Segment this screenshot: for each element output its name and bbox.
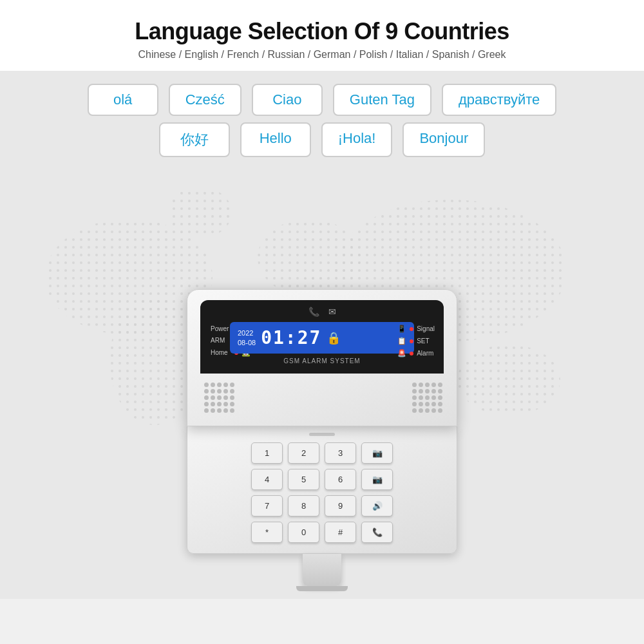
- lcd-time: 01:27: [261, 327, 321, 348]
- keypad-section: 1 2 3 📷 4 5 6 📷 7 8 9 🔊 * 0 # 📞: [187, 426, 457, 554]
- key-phone[interactable]: 📞: [361, 522, 393, 543]
- alarm-top-panel: 📞 ✉ Power ⏻ ARM 🏠 H: [200, 300, 444, 374]
- key-7[interactable]: 7: [251, 495, 283, 516]
- language-subtitle: Chinese / English / French / Russian / G…: [13, 49, 631, 61]
- key-1[interactable]: 1: [251, 442, 283, 464]
- key-cam2[interactable]: 📷: [361, 469, 393, 490]
- alarm-indicator: 🚨 Alarm: [397, 349, 435, 357]
- header-section: Language Selection Of 9 Countries Chines…: [0, 0, 644, 71]
- main-section: olá Cześć Ciao Guten Tag дравствуйте 你好 …: [0, 71, 644, 599]
- lang-btn-bonjour[interactable]: Bonjour: [402, 122, 485, 157]
- svg-point-7: [167, 187, 232, 238]
- key-4[interactable]: 4: [251, 469, 283, 490]
- gsm-label: GSM ALARM SYSTEM: [211, 357, 433, 365]
- signal-icon: 📱: [397, 325, 406, 333]
- page-title: Language Selection Of 9 Countries: [13, 18, 631, 45]
- key-5[interactable]: 5: [288, 469, 319, 490]
- language-row-1: olá Cześć Ciao Guten Tag дравствуйте: [88, 84, 557, 116]
- lcd-lock-icon: 🔒: [327, 331, 341, 345]
- alarm-icons-row: 📞 ✉: [211, 307, 433, 317]
- lang-btn-ciao[interactable]: Ciao: [252, 84, 323, 116]
- set-dot: [410, 339, 413, 343]
- key-8[interactable]: 8: [288, 495, 319, 516]
- key-star[interactable]: *: [251, 522, 283, 543]
- speakers-row: [200, 374, 444, 419]
- alarm-device: 📞 ✉ Power ⏻ ARM 🏠 H: [187, 289, 457, 586]
- svg-point-2: [109, 296, 200, 425]
- arm-label: ARM: [211, 337, 231, 344]
- key-vol[interactable]: 🔊: [361, 495, 393, 516]
- key-hash[interactable]: #: [325, 522, 356, 543]
- keypad-indicator: [309, 433, 335, 436]
- left-speaker: [200, 379, 236, 414]
- lcd-screen: 202208-08 01:27 🔒: [230, 322, 414, 354]
- right-indicators: 📱 Signal 📋 SET 🚨 Alarm: [397, 325, 435, 357]
- signal-indicator: 📱 Signal: [397, 325, 435, 333]
- key-2[interactable]: 2: [288, 442, 319, 464]
- lcd-date: 202208-08: [238, 328, 256, 347]
- key-0[interactable]: 0: [288, 522, 319, 543]
- language-buttons-container: olá Cześć Ciao Guten Tag дравствуйте 你好 …: [0, 84, 644, 157]
- language-row-2: 你好 Hello ¡Hola! Bonjour: [159, 122, 486, 157]
- key-9[interactable]: 9: [325, 495, 356, 516]
- right-speaker: [408, 379, 444, 414]
- key-3[interactable]: 3: [325, 442, 356, 464]
- set-icon: 📋: [397, 337, 406, 345]
- signal-dot: [410, 327, 413, 331]
- key-cam1[interactable]: 📷: [361, 442, 393, 464]
- lang-btn-hola[interactable]: ¡Hola!: [321, 122, 393, 157]
- alarm-icon: 🚨: [397, 349, 406, 357]
- lang-btn-nihao[interactable]: 你好: [159, 122, 230, 157]
- signal-label: Signal: [417, 325, 435, 332]
- alarm-stand: [303, 554, 341, 586]
- alarm-label: Alarm: [417, 350, 433, 357]
- message-icon: ✉: [328, 307, 336, 317]
- key-6[interactable]: 6: [325, 469, 356, 490]
- lang-btn-ola[interactable]: olá: [88, 84, 158, 116]
- set-indicator: 📋 SET: [397, 337, 435, 345]
- power-label: Power: [211, 325, 231, 332]
- phone-icon: 📞: [308, 307, 319, 317]
- set-label: SET: [417, 337, 429, 345]
- alarm-body: 📞 ✉ Power ⏻ ARM 🏠 H: [187, 289, 457, 426]
- lang-btn-guten-tag[interactable]: Guten Tag: [333, 84, 431, 116]
- lang-btn-czesc[interactable]: Cześć: [169, 84, 242, 116]
- alarm-dot: [410, 352, 413, 355]
- svg-point-6: [457, 345, 560, 415]
- lang-btn-hello[interactable]: Hello: [240, 122, 311, 157]
- keypad-grid: 1 2 3 📷 4 5 6 📷 7 8 9 🔊 * 0 # 📞: [251, 442, 393, 543]
- lang-btn-zdravstvuyte[interactable]: дравствуйте: [442, 84, 556, 116]
- home-label: Home: [211, 349, 231, 356]
